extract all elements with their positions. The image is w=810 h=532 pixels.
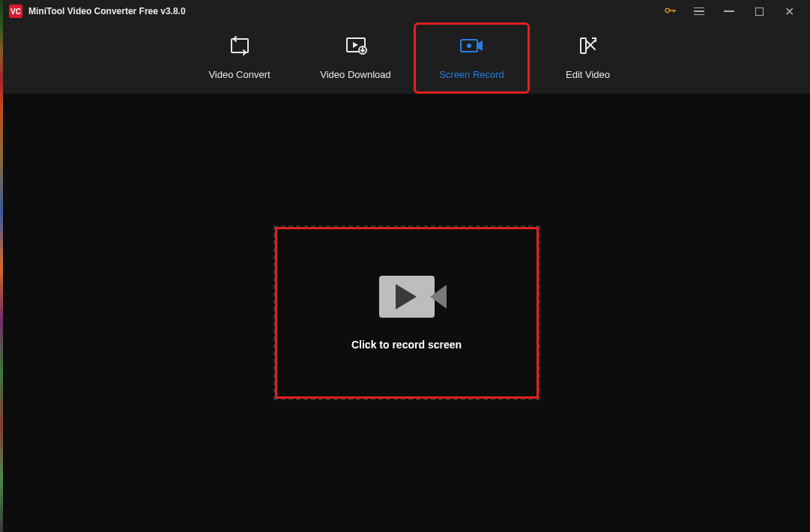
tab-screen-record[interactable]: Screen Record: [414, 22, 530, 94]
tab-spacer: [3, 22, 181, 94]
menu-button[interactable]: [684, 0, 714, 22]
app-title: MiniTool Video Converter Free v3.8.0: [28, 6, 186, 16]
close-icon: ✕: [785, 4, 794, 19]
edit-icon: [578, 36, 598, 55]
upgrade-button[interactable]: [654, 0, 684, 22]
maximize-icon: [755, 7, 764, 16]
play-triangle-icon: [396, 284, 417, 309]
tab-video-convert[interactable]: Video Convert: [181, 22, 297, 94]
close-button[interactable]: ✕: [774, 0, 804, 22]
app-window: VC MiniTool Video Converter Free v3.8.0: [3, 0, 810, 532]
record-prompt-label: Click to record screen: [351, 339, 462, 351]
svg-marker-3: [353, 42, 358, 48]
tab-bar: Video Convert Video Download: [3, 22, 810, 94]
key-icon: [660, 2, 679, 21]
record-icon: [459, 36, 485, 55]
maximize-button[interactable]: [744, 0, 774, 22]
svg-point-0: [665, 7, 671, 13]
record-screen-button[interactable]: Click to record screen: [275, 227, 539, 399]
minimize-button[interactable]: [714, 0, 744, 22]
minimize-icon: [724, 10, 734, 12]
title-bar: VC MiniTool Video Converter Free v3.8.0: [3, 0, 810, 22]
hamburger-icon: [694, 7, 704, 16]
tab-label: Video Download: [320, 69, 390, 80]
convert-icon: [229, 36, 251, 55]
main-content: Click to record screen: [3, 94, 810, 532]
window-left-edge: [0, 0, 3, 532]
download-icon: [345, 36, 367, 55]
record-zone-dashed-border: Click to record screen: [273, 226, 540, 400]
tab-label: Video Convert: [208, 69, 270, 80]
camera-icon: [379, 276, 435, 318]
tab-edit-video[interactable]: Edit Video: [530, 22, 646, 94]
svg-rect-7: [581, 38, 586, 53]
title-bar-controls: ✕: [654, 0, 804, 22]
tab-video-download[interactable]: Video Download: [297, 22, 414, 94]
app-logo-icon: VC: [9, 4, 22, 18]
svg-point-6: [467, 43, 471, 48]
tab-label: Screen Record: [439, 69, 504, 80]
svg-rect-1: [232, 39, 248, 52]
tab-label: Edit Video: [566, 69, 610, 80]
